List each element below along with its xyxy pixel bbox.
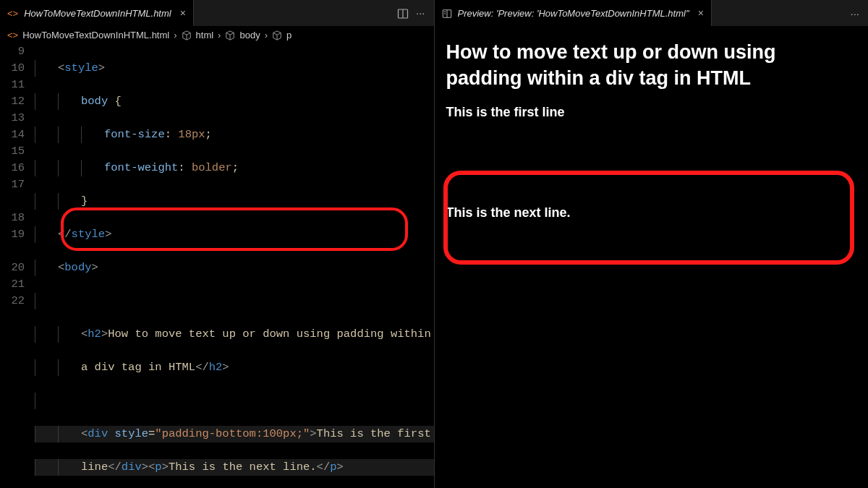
preview-next-line: This is the next line. [446,205,857,221]
editor-pane: <> HowToMoveTextDownInHTML.html × ··· <>… [0,0,435,488]
breadcrumb-seg: p [286,30,292,40]
preview-icon [442,7,452,19]
code-content[interactable]: <style> body { font-size: 18px; font-wei… [35,43,434,488]
breadcrumb-seg: body [239,30,260,40]
preview-content: How to move text up or down using paddin… [435,26,869,488]
html-file-icon: <> [7,8,18,19]
chevron-right-icon: › [218,30,221,40]
symbol-icon [225,29,235,40]
chevron-right-icon: › [174,30,176,40]
tab-actions: ··· [397,7,430,20]
preview-pane: Preview: 'Preview: 'HowToMoveTextDownInH… [435,0,869,488]
symbol-icon [182,29,192,40]
more-icon[interactable]: ··· [850,7,859,20]
symbol-icon [272,29,282,40]
line-gutter: 9 10 11 12 13 14 15 16 17 18 19 20 21 22 [0,43,35,488]
more-icon[interactable]: ··· [416,7,425,20]
breadcrumb-seg: html [196,30,214,40]
breadcrumb-file: HowToMoveTextDownInHTML.html [22,30,169,40]
html-file-icon: <> [7,30,18,40]
tab-actions: ··· [850,7,864,20]
preview-heading: How to move text up or down using paddin… [446,39,857,92]
chevron-right-icon: › [265,30,268,40]
close-icon[interactable]: × [180,7,186,19]
close-icon[interactable]: × [698,7,704,19]
preview-tab[interactable]: Preview: 'Preview: 'HowToMoveTextDownInH… [435,0,712,26]
editor-tab-bar: <> HowToMoveTextDownInHTML.html × ··· [0,0,434,26]
code-editor[interactable]: 9 10 11 12 13 14 15 16 17 18 19 20 21 22… [0,43,434,488]
split-editor-icon[interactable] [397,7,409,20]
preview-first-line: This is the first line [446,105,857,192]
tab-title: HowToMoveTextDownInHTML.html [24,8,171,19]
editor-tab[interactable]: <> HowToMoveTextDownInHTML.html × [0,0,194,26]
breadcrumb[interactable]: <> HowToMoveTextDownInHTML.html › html ›… [0,26,434,43]
tab-title: Preview: 'Preview: 'HowToMoveTextDownInH… [458,8,689,19]
preview-tab-bar: Preview: 'Preview: 'HowToMoveTextDownInH… [435,0,869,26]
